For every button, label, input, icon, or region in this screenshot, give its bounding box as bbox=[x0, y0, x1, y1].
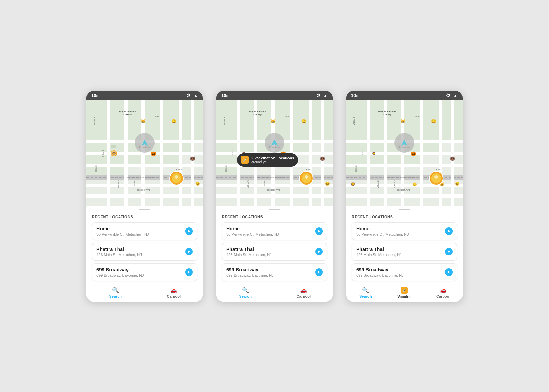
location-card-broadway-1[interactable]: 699 Broadway 699 Broadway, Bayonne, NJ bbox=[92, 263, 197, 281]
tab-carpool-3[interactable]: 🚗 Carpool bbox=[424, 284, 463, 302]
user-location-3 bbox=[429, 171, 444, 186]
search-icon-1: 🔍 bbox=[112, 287, 119, 293]
svg-text:Willow St: Willow St bbox=[247, 180, 249, 188]
svg-marker-119 bbox=[318, 271, 320, 274]
location-address-broadway-2: 699 Broadway, Bayonne, NJ bbox=[226, 273, 274, 277]
svg-text:🦁: 🦁 bbox=[351, 182, 356, 187]
svg-text:E 30th St: E 30th St bbox=[355, 165, 357, 172]
svg-rect-9 bbox=[124, 100, 128, 206]
vacc-bubble-main-2: 2 Vaccination Locations bbox=[251, 156, 294, 160]
svg-text:E 34th St: E 34th St bbox=[393, 180, 396, 188]
location-name-broadway-3: 699 Broadway bbox=[356, 267, 404, 272]
tab-bar-3: 🔍 Search 💉 Vaccine 🚗 Carpool bbox=[346, 284, 463, 302]
phone-screen-3: 10s ⏱ ▲ bbox=[346, 91, 463, 302]
location-card-home-1[interactable]: Home 36 Periwinkle Ct, Metuchen, NJ bbox=[92, 222, 197, 240]
vacc-bubble-icon-2: 💉 bbox=[241, 156, 249, 164]
svg-marker-178 bbox=[448, 271, 450, 274]
svg-rect-46 bbox=[111, 145, 116, 148]
svg-rect-147 bbox=[370, 155, 384, 164]
location-card-broadway-2[interactable]: 699 Broadway 699 Broadway, Bayonne, NJ bbox=[222, 263, 327, 281]
location-card-thai-2[interactable]: Phattra Thai 426 Main St. Metuchen, NJ bbox=[222, 243, 327, 261]
svg-text:🦁: 🦁 bbox=[112, 152, 116, 156]
location-arrow-home-1[interactable] bbox=[185, 227, 193, 235]
svg-rect-29 bbox=[128, 155, 141, 164]
tab-carpool-2[interactable]: 🚗 Carpool bbox=[274, 284, 333, 302]
tab-search-2[interactable]: 🔍 Search bbox=[216, 284, 274, 302]
svg-marker-56 bbox=[142, 139, 148, 146]
map-svg-3: Prospect Ave Broadway Willow St E 34th S… bbox=[346, 100, 463, 206]
svg-rect-77 bbox=[216, 100, 237, 140]
location-arrow-home-3[interactable] bbox=[445, 227, 453, 235]
drag-bar-1 bbox=[139, 209, 150, 210]
location-arrow-home-2[interactable] bbox=[315, 227, 323, 235]
wifi-icon-3: ▲ bbox=[453, 93, 458, 98]
location-card-home-3[interactable]: Home 36 Periwinkle Ct, Metuchen, NJ bbox=[352, 222, 457, 240]
svg-text:Aven: Aven bbox=[176, 168, 182, 171]
svg-text:E 30th St: E 30th St bbox=[225, 165, 227, 172]
location-address-thai-2: 426 Main St. Metuchen, NJ bbox=[226, 253, 272, 257]
vacc-bubble-sub-2: around you bbox=[251, 160, 294, 164]
nav-arrow-1[interactable] bbox=[135, 133, 155, 153]
status-icons-3: ⏱ ▲ bbox=[446, 93, 458, 98]
status-time-2: 10s bbox=[221, 93, 229, 98]
location-arrow-thai-3[interactable] bbox=[445, 248, 453, 255]
svg-rect-82 bbox=[312, 100, 321, 140]
svg-text:Bayonne Public: Bayonne Public bbox=[249, 110, 267, 113]
svg-rect-79 bbox=[257, 100, 271, 140]
svg-text:💉: 💉 bbox=[402, 288, 406, 292]
location-name-thai-3: Phattra Thai bbox=[356, 247, 402, 252]
clock-icon: ⏱ bbox=[186, 93, 190, 98]
status-bar-3: 10s ⏱ ▲ bbox=[346, 91, 463, 100]
tab-search-1[interactable]: 🔍 Search bbox=[86, 284, 145, 302]
drag-handle-3 bbox=[346, 206, 463, 211]
svg-text:Library: Library bbox=[383, 113, 391, 116]
tab-carpool-label-2: Carpool bbox=[296, 294, 311, 298]
svg-text:Aven: Aven bbox=[306, 168, 311, 171]
svg-rect-16 bbox=[128, 100, 141, 140]
carpool-icon-3: 🚗 bbox=[440, 287, 447, 293]
location-card-thai-1[interactable]: Phattra Thai 426 Main St. Metuchen, NJ bbox=[92, 243, 197, 261]
phone-screen-1: 10s ⏱ ▲ bbox=[86, 91, 203, 302]
tab-vaccine-3[interactable]: 💉 Vaccine bbox=[385, 284, 424, 302]
location-arrow-broadway-3[interactable] bbox=[445, 268, 453, 276]
svg-marker-117 bbox=[318, 230, 320, 233]
location-card-thai-3[interactable]: Phattra Thai 426 Main St. Metuchen, NJ bbox=[352, 243, 457, 261]
svg-text:Library: Library bbox=[253, 113, 262, 116]
nav-arrow-3[interactable] bbox=[394, 133, 414, 153]
location-address-home-2: 36 Periwinkle Ct, Metuchen, NJ bbox=[226, 232, 279, 236]
wifi-icon-2: ▲ bbox=[323, 93, 328, 98]
svg-rect-14 bbox=[86, 100, 107, 140]
svg-rect-146 bbox=[346, 155, 367, 164]
location-address-broadway-3: 699 Broadway, Bayonne, NJ bbox=[356, 273, 404, 277]
location-arrow-thai-2[interactable] bbox=[315, 248, 323, 255]
svg-marker-60 bbox=[188, 230, 190, 233]
svg-text:Library: Library bbox=[123, 113, 132, 116]
svg-marker-177 bbox=[448, 250, 450, 253]
svg-text:😄: 😄 bbox=[431, 118, 436, 124]
svg-rect-128 bbox=[367, 100, 370, 206]
tab-carpool-1[interactable]: 🚗 Carpool bbox=[145, 284, 203, 302]
svg-text:😄: 😄 bbox=[301, 118, 306, 124]
location-arrow-broadway-1[interactable] bbox=[185, 268, 193, 276]
svg-rect-145 bbox=[423, 143, 439, 152]
location-card-home-2[interactable]: Home 36 Periwinkle Ct, Metuchen, NJ bbox=[222, 222, 327, 240]
phone-2: 10s ⏱ ▲ bbox=[216, 91, 333, 302]
svg-text:E 31st St: E 31st St bbox=[102, 149, 104, 157]
vaccination-bubble-2[interactable]: 💉 2 Vaccination Locations around you bbox=[237, 153, 298, 167]
location-arrow-broadway-2[interactable] bbox=[315, 268, 323, 276]
svg-marker-61 bbox=[188, 250, 190, 253]
svg-text:E 34th St: E 34th St bbox=[264, 180, 266, 188]
location-name-home-2: Home bbox=[226, 226, 279, 232]
svg-text:Aven: Aven bbox=[436, 168, 441, 171]
location-card-broadway-3[interactable]: 699 Broadway 699 Broadway, Bayonne, NJ bbox=[352, 263, 457, 281]
nav-arrow-2[interactable] bbox=[265, 133, 284, 153]
phone-3: 10s ⏱ ▲ bbox=[346, 91, 463, 302]
status-icons-1: ⏱ ▲ bbox=[186, 93, 198, 98]
svg-text:Ave C: Ave C bbox=[155, 115, 162, 118]
svg-rect-13 bbox=[191, 100, 194, 206]
location-arrow-thai-1[interactable] bbox=[185, 248, 193, 255]
tab-search-3[interactable]: 🔍 Search bbox=[346, 284, 385, 302]
map-area-2: Prospect Ave Broadway Willow St E 34th S… bbox=[216, 100, 333, 206]
svg-text:🎃: 🎃 bbox=[150, 151, 157, 156]
svg-text:E 31st St: E 31st St bbox=[362, 149, 364, 157]
